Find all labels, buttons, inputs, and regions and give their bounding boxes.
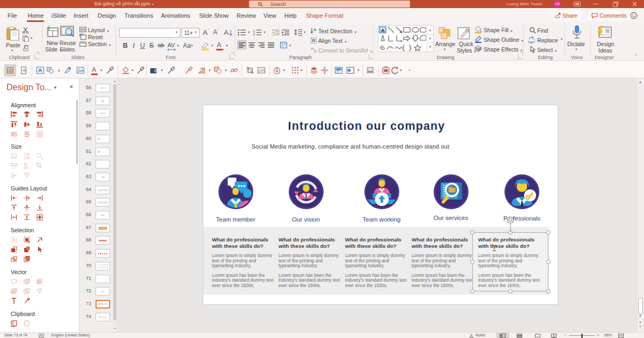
svg-text:c: c xyxy=(533,37,535,40)
svg-text:A: A xyxy=(381,28,384,33)
svg-text:3: 3 xyxy=(253,33,255,36)
svg-text:A: A xyxy=(38,68,42,73)
svg-text:1.2: 1.2 xyxy=(27,166,30,169)
svg-text:1.2: 1.2 xyxy=(12,166,16,169)
svg-text:%: % xyxy=(39,166,42,169)
svg-text:b: b xyxy=(528,40,530,43)
svg-text:A: A xyxy=(313,27,317,32)
